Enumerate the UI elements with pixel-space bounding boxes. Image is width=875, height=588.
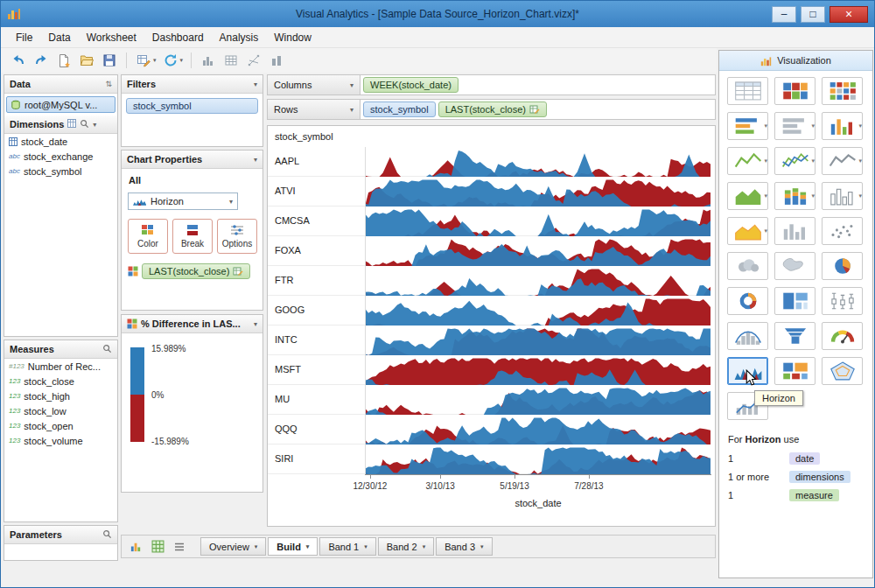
- edit-field-icon[interactable]: [233, 266, 243, 276]
- viz-type-pie[interactable]: [822, 252, 863, 280]
- view-columns-button[interactable]: [266, 51, 287, 70]
- maximize-button[interactable]: □: [801, 6, 825, 23]
- view-slope-button[interactable]: [243, 51, 264, 70]
- viz-type-donut[interactable]: [727, 287, 768, 315]
- sheet-list-icon[interactable]: [172, 539, 187, 555]
- tab-band-3[interactable]: Band 3▾: [436, 537, 492, 556]
- menu-item-data[interactable]: Data: [40, 29, 78, 46]
- chevron-down-icon[interactable]: ▾: [306, 543, 310, 550]
- viz-type-bar-gray[interactable]: [774, 217, 816, 245]
- pill-last-stock-close[interactable]: LAST(stock_close): [438, 102, 547, 117]
- new-dashboard-icon[interactable]: [150, 539, 165, 555]
- viz-type-table[interactable]: [727, 77, 768, 105]
- chevron-down-icon[interactable]: ▾: [858, 122, 862, 130]
- field-stock-high[interactable]: 123stock_high: [4, 388, 117, 403]
- rows-shelf-label[interactable]: Rows ▾: [267, 99, 360, 120]
- open-button[interactable]: [76, 51, 97, 70]
- menu-item-analysis[interactable]: Analysis: [212, 29, 267, 46]
- viz-type-area[interactable]: ▾: [727, 182, 768, 210]
- data-source-connection[interactable]: root@MySQL v...: [6, 96, 116, 113]
- tab-overview[interactable]: Overview▾: [200, 537, 266, 556]
- viz-type-funnel[interactable]: [774, 322, 816, 350]
- filters-header[interactable]: Filters ▾: [122, 75, 262, 94]
- new-worksheet-icon[interactable]: [128, 539, 144, 555]
- save-button[interactable]: [99, 51, 120, 70]
- chevron-down-icon[interactable]: ▾: [764, 158, 767, 164]
- viz-type-cloud[interactable]: [727, 252, 768, 280]
- columns-shelf-body[interactable]: WEEK(stock_date): [360, 74, 716, 95]
- redo-button[interactable]: [31, 51, 52, 70]
- legend-header[interactable]: % Difference in LAS... ▾: [122, 315, 262, 333]
- viz-type-highlight-table[interactable]: [774, 77, 816, 105]
- field-stock-low[interactable]: 123stock_low: [4, 403, 117, 418]
- chevron-down-icon[interactable]: ▾: [364, 543, 368, 550]
- chart-type-select[interactable]: Horizon ▾: [128, 192, 238, 210]
- search-icon[interactable]: [80, 119, 89, 130]
- viz-type-bar-h-gray[interactable]: ▾: [774, 112, 816, 140]
- search-icon[interactable]: [102, 529, 112, 541]
- menu-item-dashboard[interactable]: Dashboard: [144, 29, 212, 46]
- chevron-down-icon[interactable]: ▾: [811, 158, 815, 164]
- chevron-down-icon[interactable]: ▾: [480, 543, 484, 550]
- viz-type-bar-outline[interactable]: ▾: [822, 182, 863, 210]
- viz-type-bar-stack[interactable]: ▾: [774, 182, 816, 210]
- chevron-down-icon[interactable]: ▾: [423, 543, 426, 550]
- close-button[interactable]: ×: [830, 6, 868, 23]
- color-button[interactable]: Color: [128, 219, 168, 254]
- minimize-button[interactable]: –: [772, 6, 796, 23]
- field-stock-exchange[interactable]: abcstock_exchange: [4, 149, 117, 164]
- chevron-down-icon[interactable]: ▾: [254, 156, 257, 164]
- chevron-down-icon[interactable]: ▾: [764, 122, 767, 130]
- chevron-down-icon[interactable]: ▾: [811, 192, 815, 200]
- menu-item-worksheet[interactable]: Worksheet: [79, 29, 144, 46]
- options-button[interactable]: Options: [217, 219, 257, 254]
- format-table-button[interactable]: [133, 51, 154, 70]
- sort-fields-icon[interactable]: ⇅: [105, 80, 112, 88]
- viz-type-line[interactable]: ▾: [727, 147, 768, 175]
- filter-pill-stock-symbol[interactable]: stock_symbol: [126, 98, 258, 114]
- chevron-down-icon[interactable]: ▾: [255, 543, 258, 550]
- chevron-down-icon[interactable]: ▾: [764, 228, 767, 234]
- chevron-down-icon[interactable]: ▾: [180, 57, 184, 64]
- refresh-button[interactable]: [160, 51, 181, 70]
- viz-type-treemap[interactable]: [774, 287, 816, 315]
- columns-shelf-label[interactable]: Columns ▾: [267, 74, 360, 95]
- viz-type-radar[interactable]: [822, 357, 863, 385]
- viz-type-treemap-color[interactable]: [774, 357, 816, 385]
- viz-type-histogram[interactable]: [727, 322, 768, 350]
- tab-build[interactable]: Build▾: [268, 537, 318, 556]
- field-stock-close[interactable]: 123stock_close: [4, 374, 117, 388]
- chevron-down-icon[interactable]: ▾: [93, 121, 96, 129]
- new-document-button[interactable]: [53, 51, 74, 70]
- viz-type-box-whisker[interactable]: [822, 287, 863, 315]
- viz-type-bar-h[interactable]: ▾: [727, 112, 768, 140]
- chevron-down-icon[interactable]: ▾: [254, 80, 257, 88]
- edit-field-icon[interactable]: [529, 104, 540, 115]
- view-grid-button[interactable]: [220, 51, 242, 70]
- menu-item-file[interactable]: File: [8, 29, 40, 46]
- field-stock-symbol[interactable]: abcstock_symbol: [4, 164, 117, 178]
- viz-type-heatmap[interactable]: [822, 77, 863, 105]
- chevron-down-icon[interactable]: ▾: [858, 158, 862, 164]
- undo-button[interactable]: [8, 51, 29, 70]
- viz-type-line-gray[interactable]: ▾: [822, 147, 863, 175]
- field-number-of-rec[interactable]: #123Number of Rec...: [4, 359, 117, 374]
- tab-band-2[interactable]: Band 2▾: [378, 537, 434, 556]
- field-stock-date[interactable]: stock_date: [4, 134, 117, 149]
- chevron-down-icon[interactable]: ▾: [811, 122, 815, 130]
- chevron-down-icon[interactable]: ▾: [350, 106, 354, 114]
- search-icon[interactable]: [102, 344, 112, 355]
- view-bars-button[interactable]: [198, 51, 219, 70]
- rows-shelf-body[interactable]: stock_symbolLAST(stock_close): [360, 99, 716, 120]
- chart-properties-header[interactable]: Chart Properties ▾: [122, 150, 262, 169]
- pill-stock-symbol[interactable]: stock_symbol: [363, 102, 436, 117]
- field-stock-open[interactable]: 123stock_open: [4, 418, 117, 433]
- table-view-icon[interactable]: [67, 119, 76, 130]
- tab-band-1[interactable]: Band 1▾: [319, 537, 375, 556]
- chevron-down-icon[interactable]: ▾: [350, 81, 354, 89]
- viz-type-bar-v[interactable]: ▾: [822, 112, 863, 140]
- viz-type-scatter[interactable]: [822, 217, 863, 245]
- break-button[interactable]: Break: [172, 219, 213, 254]
- chevron-down-icon[interactable]: ▾: [764, 192, 767, 200]
- menu-item-window[interactable]: Window: [266, 29, 319, 46]
